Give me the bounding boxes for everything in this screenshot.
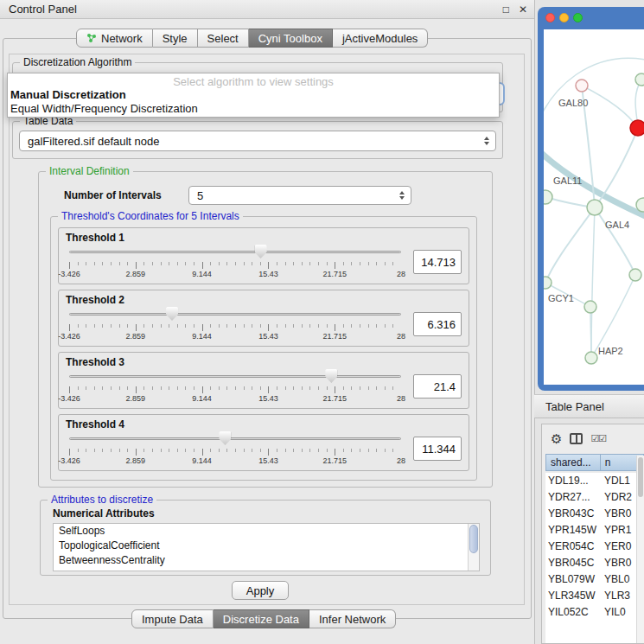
- network-node[interactable]: [636, 198, 644, 212]
- table-row[interactable]: YBL079WYBL0: [545, 571, 636, 588]
- table-cell[interactable]: YPR1: [601, 522, 636, 539]
- network-svg[interactable]: GAL80GAL11GAL4GCY1HAP2: [544, 29, 644, 385]
- number-of-intervals-combo[interactable]: 5: [188, 186, 411, 205]
- tab-label: Select: [207, 32, 239, 45]
- algorithm-option[interactable]: Manual Discretization: [8, 88, 499, 102]
- threshold-value-input[interactable]: [413, 250, 462, 274]
- close-button[interactable]: [545, 13, 555, 22]
- attributes-scrollbar[interactable]: [468, 524, 479, 571]
- table-cell[interactable]: YDL19...: [545, 473, 601, 489]
- network-canvas[interactable]: GAL80GAL11GAL4GCY1HAP2: [544, 29, 644, 385]
- tab-network[interactable]: Network: [76, 29, 153, 48]
- algorithm-option[interactable]: Equal Width/Frequency Discretization: [8, 102, 499, 116]
- network-node[interactable]: [587, 200, 603, 215]
- table-data-combo[interactable]: galFiltered.sif default node: [19, 131, 496, 151]
- table-row[interactable]: YLR345WYLR3: [545, 588, 636, 604]
- tab-infer-network[interactable]: Infer Network: [309, 609, 396, 628]
- attribute-item[interactable]: SelfLoops: [54, 524, 479, 539]
- tab-impute-data[interactable]: Impute Data: [131, 609, 214, 628]
- thresholds-group-title: Threshold's Coordinates for 5 Intervals: [58, 210, 243, 222]
- table-cell[interactable]: YIL0: [601, 604, 636, 621]
- tab-label: Style: [163, 32, 188, 45]
- close-icon[interactable]: ✕: [519, 4, 527, 15]
- network-node[interactable]: [629, 269, 641, 281]
- slider-track: [69, 313, 401, 316]
- tab-discretize-data[interactable]: Discretize Data: [214, 609, 309, 628]
- network-edge: [595, 207, 635, 275]
- threshold-value-input[interactable]: [413, 374, 462, 399]
- table-cell[interactable]: YIL052C: [545, 604, 601, 621]
- table-scrollbar[interactable]: [636, 456, 644, 643]
- tab-cyni-toolbox[interactable]: Cyni Toolbox: [249, 29, 333, 48]
- table-cell[interactable]: YER0: [601, 539, 636, 555]
- threshold-value-input[interactable]: [413, 437, 462, 461]
- network-node[interactable]: [630, 120, 644, 136]
- table-cell[interactable]: YER054C: [545, 539, 601, 555]
- table-cell[interactable]: YBL079W: [545, 571, 601, 588]
- table-row[interactable]: YPR145WYPR1: [545, 522, 636, 539]
- scale-label: 9.144: [192, 394, 212, 403]
- network-node[interactable]: [544, 190, 552, 204]
- threshold-value-input[interactable]: [413, 312, 462, 336]
- tab-style[interactable]: Style: [153, 29, 198, 48]
- table-cell[interactable]: YDR2: [601, 489, 636, 506]
- table-data-combo-value: galFiltered.sif default node: [28, 135, 159, 148]
- table-cell[interactable]: YPR145W: [545, 522, 601, 539]
- network-node[interactable]: [635, 73, 644, 86]
- scale-label: 28: [397, 270, 405, 278]
- gear-icon[interactable]: ⚙: [551, 432, 562, 445]
- window-title: Control Panel: [9, 3, 77, 16]
- attribute-item[interactable]: TopologicalCoefficient: [54, 539, 479, 553]
- table-row[interactable]: YBR043CYBR0: [545, 506, 636, 522]
- table-cell[interactable]: YDL1: [601, 473, 636, 489]
- threshold-slider[interactable]: -3.4262.8599.14415.4321.71528: [69, 245, 401, 279]
- algorithm-hint: Select algorithm to view settings: [8, 75, 499, 88]
- apply-button[interactable]: Apply: [232, 581, 289, 600]
- slider-thumb[interactable]: [325, 369, 337, 383]
- table-cell[interactable]: YBR0: [601, 555, 636, 571]
- threshold-label: Threshold 4: [66, 418, 462, 431]
- table-row[interactable]: YDL19...YDL1: [545, 473, 636, 489]
- table-row[interactable]: YBR045CYBR0: [545, 555, 636, 571]
- float-icon[interactable]: □: [503, 4, 509, 15]
- slider-thumb[interactable]: [219, 431, 231, 445]
- threshold-slider[interactable]: -3.4262.8599.14415.4321.71528: [69, 369, 401, 404]
- table-scrollbar-thumb[interactable]: [638, 457, 643, 497]
- table-cell[interactable]: YBR045C: [545, 555, 601, 571]
- tab-label: Network: [101, 32, 143, 45]
- table-row[interactable]: YIL052CYIL0: [545, 604, 636, 621]
- interval-definition-group-title: Interval Definition: [46, 165, 133, 177]
- discretization-algorithm-group-title: Discretization Algorithm: [20, 56, 135, 68]
- slider-thumb[interactable]: [166, 307, 178, 321]
- slider-thumb[interactable]: [255, 245, 267, 258]
- zoom-button[interactable]: [573, 13, 583, 22]
- minimize-button[interactable]: [559, 13, 569, 22]
- table-panel-title: Table Panel: [545, 400, 604, 413]
- checkboxes-icon[interactable]: ☑☑: [590, 434, 606, 443]
- table-cell[interactable]: YBR0: [601, 506, 636, 522]
- attributes-listbox: SelfLoopsTopologicalCoefficientBetweenne…: [53, 523, 480, 571]
- network-node[interactable]: [544, 277, 552, 289]
- network-node[interactable]: [584, 301, 596, 313]
- slider-ticks: [69, 324, 401, 331]
- scale-label: 2.859: [126, 332, 146, 341]
- table-cell[interactable]: YBL0: [601, 571, 636, 588]
- table-row[interactable]: YDR27...YDR2: [545, 489, 636, 506]
- threshold-slider[interactable]: -3.4262.8599.14415.4321.71528: [69, 431, 401, 466]
- column-header[interactable]: shared...: [545, 454, 601, 471]
- network-node[interactable]: [576, 80, 588, 92]
- table-cell[interactable]: YBR043C: [545, 506, 601, 522]
- table-row[interactable]: YER054CYER0: [545, 539, 636, 555]
- table-cell[interactable]: YLR345W: [545, 588, 601, 604]
- tab-select[interactable]: Select: [198, 29, 249, 48]
- columns-icon[interactable]: [570, 433, 583, 444]
- scale-label: 15.43: [258, 394, 278, 403]
- tab-jactivemodules[interactable]: jActiveModules: [333, 29, 428, 48]
- threshold-slider[interactable]: -3.4262.8599.14415.4321.71528: [69, 307, 401, 341]
- table-cell[interactable]: YDR27...: [545, 489, 601, 506]
- network-node[interactable]: [585, 352, 597, 364]
- attribute-item[interactable]: BetweennessCentrality: [54, 553, 479, 568]
- table-panel-titlebar[interactable]: Table Panel: [534, 394, 644, 418]
- table-cell[interactable]: YLR3: [601, 588, 636, 604]
- attributes-scrollbar-thumb[interactable]: [469, 525, 478, 553]
